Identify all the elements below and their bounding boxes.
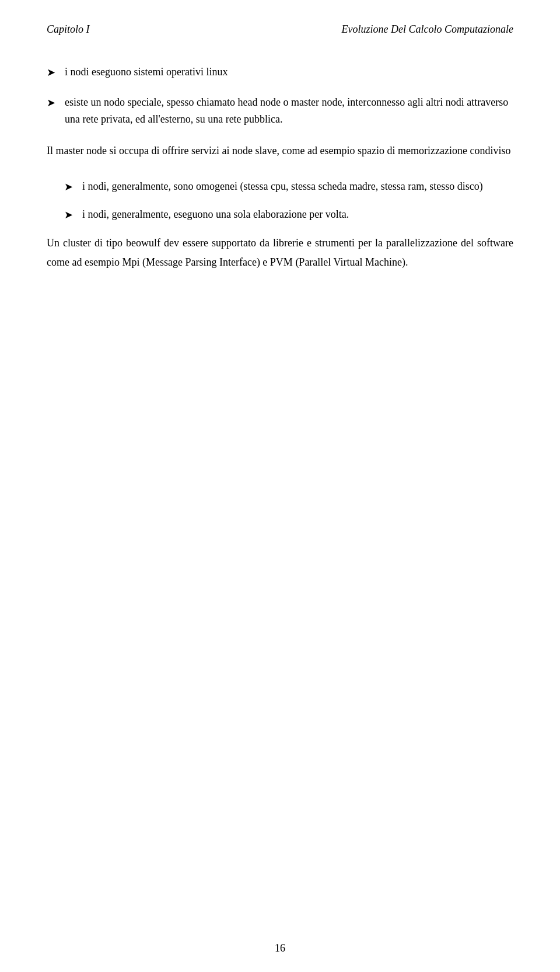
sub-bullet-text-2: i nodi, generalmente, eseguono una sola …: [82, 206, 513, 223]
list-item: ➤ esiste un nodo speciale, spesso chiama…: [47, 94, 513, 128]
header-chapter: Capitolo I: [47, 23, 90, 36]
list-item: ➤ i nodi eseguono sistemi operativi linu…: [47, 64, 513, 81]
paragraph-text-2: Un cluster di tipo beowulf dev essere su…: [47, 234, 513, 271]
list-item: ➤ i nodi, generalmente, sono omogenei (s…: [64, 178, 513, 196]
sub-bullet-list: ➤ i nodi, generalmente, sono omogenei (s…: [64, 178, 513, 224]
arrow-icon: ➤: [64, 179, 73, 196]
page-footer: 16: [0, 942, 560, 954]
arrow-icon: ➤: [47, 95, 55, 112]
arrow-icon: ➤: [47, 64, 55, 81]
header-title: Evoluzione Del Calcolo Computazionale: [342, 23, 513, 36]
paragraph-block-1: Il master node si occupa di offrire serv…: [47, 141, 513, 160]
sub-bullet-text-1: i nodi, generalmente, sono omogenei (ste…: [82, 178, 513, 195]
page-number: 16: [275, 942, 285, 954]
main-bullet-list: ➤ i nodi eseguono sistemi operativi linu…: [47, 64, 513, 127]
arrow-icon: ➤: [64, 207, 73, 224]
list-item: ➤ i nodi, generalmente, eseguono una sol…: [64, 206, 513, 224]
bullet-text-2: esiste un nodo speciale, spesso chiamato…: [65, 94, 513, 128]
paragraph-block-2: Un cluster di tipo beowulf dev essere su…: [47, 234, 513, 271]
content-area: ➤ i nodi eseguono sistemi operativi linu…: [47, 64, 513, 271]
paragraph-text-1: Il master node si occupa di offrire serv…: [47, 141, 513, 160]
page-header: Capitolo I Evoluzione Del Calcolo Comput…: [47, 23, 513, 36]
bullet-text-1: i nodi eseguono sistemi operativi linux: [65, 64, 513, 81]
page-container: Capitolo I Evoluzione Del Calcolo Comput…: [0, 0, 560, 972]
